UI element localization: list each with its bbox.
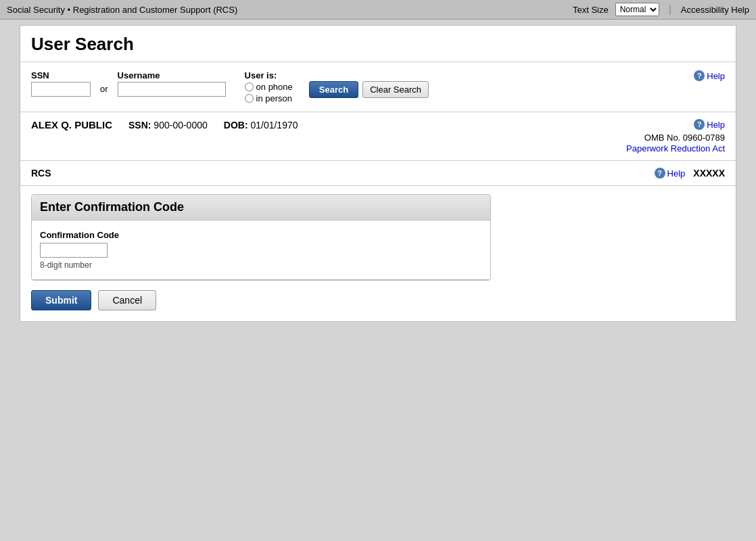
ssn-group: SSN bbox=[31, 70, 91, 97]
radio-in-person-label: in person bbox=[256, 93, 292, 103]
text-size-label: Text Size bbox=[573, 5, 609, 15]
ssn-field-label: SSN: bbox=[128, 120, 151, 131]
user-info-help-link[interactable]: ? Help bbox=[626, 119, 725, 130]
top-bar-right: Text Size Normal Large | Accessibility H… bbox=[573, 3, 749, 16]
user-is-group: User is: on phone in person bbox=[245, 70, 293, 103]
ssn-label: SSN bbox=[31, 70, 91, 80]
radio-in-person[interactable]: in person bbox=[245, 93, 293, 103]
rcs-help-icon: ? bbox=[655, 168, 665, 179]
main-container: User Search SSN or Username User is: on bbox=[20, 25, 736, 322]
top-bar: Social Security • Registration and Custo… bbox=[0, 0, 756, 20]
text-size-select[interactable]: Normal Large bbox=[615, 3, 659, 16]
confirmation-code-label: Confirmation Code bbox=[40, 230, 482, 240]
form-actions: Submit Cancel bbox=[31, 290, 725, 310]
radio-on-phone-label: on phone bbox=[256, 82, 293, 92]
search-section: SSN or Username User is: on phone bbox=[20, 62, 736, 112]
confirmation-code-input[interactable] bbox=[40, 243, 108, 258]
search-help-label: Help bbox=[707, 71, 725, 81]
user-info-left: ALEX Q. PUBLIC SSN: 900-00-0000 DOB: 01/… bbox=[31, 119, 298, 131]
accessibility-help-link[interactable]: Accessibility Help bbox=[681, 5, 749, 15]
rcs-help-link[interactable]: ? Help bbox=[655, 168, 686, 179]
dob-value: 01/01/1970 bbox=[250, 120, 298, 131]
search-button[interactable]: Search bbox=[309, 81, 358, 98]
rcs-section: RCS ? Help XXXXX bbox=[20, 161, 736, 186]
rcs-label: RCS bbox=[31, 168, 51, 179]
search-help-link[interactable]: ? Help bbox=[694, 70, 725, 81]
search-fields: SSN or Username User is: on phone bbox=[31, 70, 725, 103]
rcs-right: ? Help XXXXX bbox=[655, 168, 725, 179]
radio-on-phone[interactable]: on phone bbox=[245, 82, 293, 92]
form-box-body: Confirmation Code 8-digit number bbox=[32, 220, 490, 280]
user-ssn: SSN: 900-00-0000 bbox=[128, 120, 208, 131]
submit-button[interactable]: Submit bbox=[31, 290, 91, 310]
page-title: User Search bbox=[20, 26, 736, 62]
divider: | bbox=[669, 3, 671, 16]
dob-field-label: DOB: bbox=[224, 120, 248, 131]
user-info-section: ALEX Q. PUBLIC SSN: 900-00-0000 DOB: 01/… bbox=[20, 112, 736, 161]
form-box: Enter Confirmation Code Confirmation Cod… bbox=[31, 194, 491, 281]
confirmation-code-hint: 8-digit number bbox=[40, 260, 482, 270]
user-info-help-label: Help bbox=[707, 120, 725, 130]
user-dob: DOB: 01/01/1970 bbox=[224, 120, 298, 131]
rcs-help-label: Help bbox=[667, 168, 686, 179]
omb-number: OMB No. 0960-0789 bbox=[626, 133, 725, 143]
or-label: or bbox=[100, 70, 108, 94]
user-name: ALEX Q. PUBLIC bbox=[31, 119, 112, 131]
rcs-code: XXXXX bbox=[693, 168, 725, 179]
clear-search-button[interactable]: Clear Search bbox=[362, 81, 429, 98]
radio-group: on phone in person bbox=[245, 82, 293, 103]
paperwork-reduction-link[interactable]: Paperwork Reduction Act bbox=[626, 143, 725, 154]
cancel-button[interactable]: Cancel bbox=[98, 290, 156, 310]
username-group: Username bbox=[118, 70, 226, 97]
ssn-input[interactable] bbox=[31, 82, 91, 97]
username-label: Username bbox=[118, 70, 226, 80]
radio-on-phone-input[interactable] bbox=[245, 83, 254, 91]
form-section: Enter Confirmation Code Confirmation Cod… bbox=[20, 186, 736, 321]
username-input[interactable] bbox=[118, 82, 226, 97]
ssn-value: 900-00-0000 bbox=[153, 120, 207, 131]
app-title: Social Security • Registration and Custo… bbox=[7, 5, 237, 15]
radio-in-person-input[interactable] bbox=[245, 94, 254, 103]
search-buttons: Search Clear Search bbox=[309, 70, 429, 98]
user-info-help-icon: ? bbox=[694, 119, 705, 130]
help-icon: ? bbox=[694, 70, 705, 81]
user-is-label: User is: bbox=[245, 70, 293, 80]
form-box-title: Enter Confirmation Code bbox=[32, 195, 490, 220]
user-info-right: ? Help OMB No. 0960-0789 Paperwork Reduc… bbox=[626, 119, 725, 154]
